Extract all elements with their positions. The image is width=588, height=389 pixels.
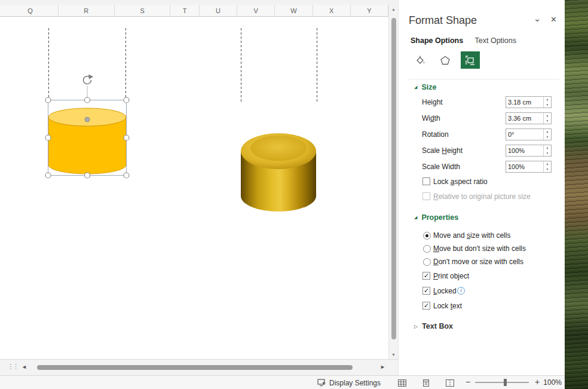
width-label: Width <box>422 114 440 122</box>
column-header-y[interactable]: Y <box>351 5 388 16</box>
rotation-handle-icon[interactable] <box>84 75 93 84</box>
column-header-v[interactable]: V <box>237 5 275 16</box>
column-headers: Q R S T U V W X Y <box>0 5 388 17</box>
print-object-checkbox[interactable]: ✓ <box>422 272 430 280</box>
scale-width-input[interactable] <box>506 161 543 172</box>
selection-handle-se[interactable] <box>124 173 129 178</box>
fill-line-button[interactable] <box>411 51 430 69</box>
section-properties[interactable]: ◢ Properties <box>414 213 458 222</box>
lock-text-label: Lock text <box>433 302 462 310</box>
pane-close-icon[interactable]: ✕ <box>550 15 557 24</box>
spin-down-icon[interactable]: ▼ <box>544 118 551 124</box>
display-settings-label: Display Settings <box>329 379 381 387</box>
spin-up-icon[interactable]: ▲ <box>544 145 551 151</box>
selection-handle-s[interactable] <box>85 173 90 178</box>
pane-category-icons <box>411 51 480 69</box>
collapse-triangle-icon: ◢ <box>414 85 417 90</box>
column-header-r[interactable]: R <box>59 5 115 16</box>
column-header-s[interactable]: S <box>115 5 171 16</box>
size-properties-button[interactable] <box>461 51 480 69</box>
cylinder-3d-shape[interactable] <box>241 133 316 212</box>
print-object-label: Print object <box>433 272 469 280</box>
spin-up-icon[interactable]: ▲ <box>544 129 551 134</box>
column-header-t[interactable]: T <box>170 5 199 16</box>
view-page-break-icon <box>446 379 454 387</box>
display-settings-icon <box>317 379 326 387</box>
column-header-q[interactable]: Q <box>2 5 59 16</box>
scale-width-label: Scale Width <box>422 163 460 171</box>
tab-shape-options[interactable]: Shape Options <box>411 36 463 45</box>
scale-width-field: ▲ ▼ <box>506 161 552 173</box>
spin-down-icon[interactable]: ▼ <box>544 167 551 172</box>
spin-up-icon[interactable]: ▲ <box>544 113 551 118</box>
pane-tabs: Shape Options Text Options <box>411 36 526 45</box>
locked-checkbox[interactable]: ✓ <box>422 287 430 295</box>
lock-aspect-ratio-checkbox[interactable] <box>422 177 430 185</box>
move-size-with-cells-label: Move and size with cells <box>433 231 510 240</box>
section-size[interactable]: ◢ Size <box>414 83 436 91</box>
selection-handle-n[interactable] <box>85 97 90 103</box>
scroll-left-icon[interactable]: ◄ <box>22 364 27 370</box>
rotation-field: ▲ ▼ <box>506 128 552 140</box>
height-input[interactable] <box>506 97 543 108</box>
effects-button[interactable] <box>436 51 455 69</box>
check-icon: ✓ <box>424 272 429 279</box>
page-break-lines <box>49 28 317 103</box>
flat-cylinder-shape[interactable] <box>48 108 126 174</box>
move-dont-size-radio[interactable] <box>423 245 431 253</box>
lock-text-checkbox[interactable]: ✓ <box>422 302 430 310</box>
zoom-out-button[interactable]: − <box>464 377 471 387</box>
worksheet-canvas[interactable] <box>0 17 388 359</box>
horizontal-scroll-thumb[interactable] <box>37 365 353 370</box>
spin-up-icon[interactable]: ▲ <box>544 161 551 167</box>
tab-text-options[interactable]: Text Options <box>475 36 516 45</box>
section-properties-label: Properties <box>421 213 458 222</box>
scale-height-input[interactable] <box>506 145 543 156</box>
width-input[interactable] <box>506 113 543 124</box>
column-header-u[interactable]: U <box>200 5 237 16</box>
locked-info-icon[interactable]: i <box>457 287 465 295</box>
tab-splitter-dots-icon[interactable]: ⋮⋮ <box>7 363 18 370</box>
rotation-input[interactable] <box>506 129 543 140</box>
move-size-with-cells-radio[interactable] <box>423 232 431 240</box>
size-properties-icon <box>465 55 476 66</box>
zoom-slider-thumb[interactable] <box>504 379 507 386</box>
locked-label: Locked <box>433 287 457 295</box>
selection-handle-e[interactable] <box>124 135 129 140</box>
relative-to-original-checkbox <box>422 192 430 200</box>
selection-handle-sw[interactable] <box>45 173 51 178</box>
scroll-down-icon[interactable]: ▼ <box>389 353 398 357</box>
dont-move-or-size-radio[interactable] <box>423 258 431 266</box>
section-text-box[interactable]: ▷ Text Box <box>414 322 453 330</box>
view-page-layout-button[interactable] <box>418 377 434 388</box>
horizontal-scrollbar[interactable]: ⋮⋮ ◄ ► <box>0 359 398 375</box>
scroll-right-icon[interactable]: ► <box>380 364 385 370</box>
zoom-slider-track[interactable] <box>475 382 529 383</box>
zoom-in-button[interactable]: + <box>534 377 541 387</box>
vertical-scrollbar[interactable]: ▲ ▼ <box>388 5 398 359</box>
selection-handle-ne[interactable] <box>124 97 129 103</box>
scale-height-field: ▲ ▼ <box>506 145 552 157</box>
view-normal-button[interactable] <box>394 377 410 388</box>
scroll-up-icon[interactable]: ▲ <box>389 7 398 11</box>
column-header-x[interactable]: X <box>313 5 351 16</box>
display-settings-button[interactable]: Display Settings <box>317 378 381 388</box>
shape-adjust-handle[interactable] <box>85 117 90 122</box>
selection-handle-nw[interactable] <box>45 97 51 103</box>
spin-down-icon[interactable]: ▼ <box>544 102 551 108</box>
radio-dot <box>425 234 428 237</box>
selection-handle-w[interactable] <box>45 135 51 140</box>
scale-width-spinner: ▲ ▼ <box>543 161 551 172</box>
view-normal-icon <box>398 379 406 387</box>
zoom-level[interactable]: 100% <box>543 378 562 387</box>
width-field: ▲ ▼ <box>506 112 552 124</box>
column-header-w[interactable]: W <box>275 5 313 16</box>
section-size-label: Size <box>421 83 436 91</box>
spin-up-icon[interactable]: ▲ <box>544 97 551 102</box>
scale-height-label: Scale Height <box>422 146 463 155</box>
vertical-scroll-thumb[interactable] <box>391 18 396 339</box>
pane-options-chevron-icon[interactable]: ⌄ <box>531 13 543 24</box>
view-page-break-button[interactable] <box>442 377 458 388</box>
spin-down-icon[interactable]: ▼ <box>544 151 551 156</box>
spin-down-icon[interactable]: ▼ <box>544 134 551 140</box>
